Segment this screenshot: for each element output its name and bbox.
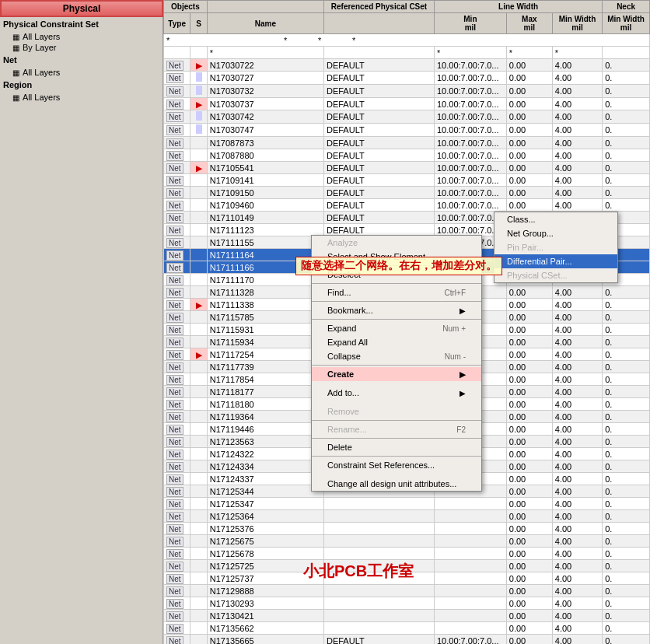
menu-item-find[interactable]: Find...Ctrl+F	[312, 285, 481, 299]
cell-name: N17111328	[207, 286, 323, 299]
cell-lw-max: 0.00	[506, 448, 552, 460]
submenu-item-net-group[interactable]: Net Group...	[494, 226, 617, 240]
table-row[interactable]: Net▶N17030722DEFAULT10.00:7.00:7.0...0.0…	[164, 59, 650, 72]
menu-item-label: Expand All	[327, 338, 368, 347]
table-row[interactable]: NetN17030727DEFAULT10.00:7.00:7.0...0.00…	[164, 72, 650, 85]
cell-lw-minw: 4.00	[552, 436, 602, 448]
menu-shortcut: F2	[456, 425, 466, 434]
th-s: S	[190, 13, 207, 34]
cell-lw-min	[434, 535, 506, 548]
table-row[interactable]: NetN17030747DEFAULT10.00:7.00:7.0...0.00…	[164, 124, 650, 137]
cell-neck: 0.	[603, 473, 650, 485]
table-row[interactable]: NetN171256780.004.000.	[164, 548, 650, 560]
cell-neck: 0.	[603, 98, 650, 110]
cell-lw-minw: 4.00	[552, 149, 602, 162]
cell-s	[190, 187, 207, 199]
region-all-layers[interactable]: ▦ All Layers	[6, 92, 162, 103]
table-row[interactable]: ****	[164, 47, 650, 59]
cell-s	[190, 224, 207, 236]
menu-item-add-to[interactable]: Add to...▶	[312, 386, 481, 400]
cell-ref: DEFAULT	[323, 635, 434, 645]
cell-lw-max: 0.00	[506, 610, 552, 622]
menu-item-cset-ref[interactable]: Constraint Set References...	[312, 458, 481, 472]
th-objects2	[207, 1, 323, 13]
cell-name: N17087880	[207, 149, 323, 162]
cell-neck: 0.	[603, 59, 650, 72]
net-subsection: ▦ All Layers	[0, 67, 162, 78]
table-row[interactable]: NetN171253640.004.000.	[164, 510, 650, 523]
table-row[interactable]: NetN171298880.004.000.	[164, 585, 650, 597]
table-row[interactable]: NetN17109460DEFAULT10.00:7.00:7.0...0.00…	[164, 199, 650, 212]
cell-name: N17124337	[207, 473, 323, 485]
menu-item-collapse[interactable]: CollapseNum -	[312, 349, 481, 363]
table-row[interactable]: NetN17109141DEFAULT10.00:7.00:7.0...0.00…	[164, 174, 650, 187]
cell-neck: 0.	[603, 485, 650, 498]
table-row[interactable]: NetN171356620.004.000.	[164, 622, 650, 635]
th-type: Type	[164, 13, 190, 34]
menu-item-expand-all[interactable]: Expand All	[312, 335, 481, 349]
cell-lw-min: 10.00:7.00:7.0...	[434, 187, 506, 199]
cell-lw-min	[434, 622, 506, 635]
cell-neck: 0.	[603, 523, 650, 535]
cell-neck: 0.	[603, 411, 650, 423]
net-all-layers[interactable]: ▦ All Layers	[6, 67, 162, 78]
cell-lw-min: 10.00:7.00:7.0...	[434, 59, 506, 72]
cell-name: N17117739	[207, 361, 323, 373]
menu-item-expand[interactable]: ExpandNum +	[312, 321, 481, 335]
cell-s	[190, 286, 207, 299]
table-row[interactable]: NetN171253470.004.000.	[164, 498, 650, 510]
cell-neck: 0.	[603, 348, 650, 361]
menu-item-create[interactable]: Create▶	[312, 367, 481, 381]
section-net: Net	[0, 53, 162, 67]
cell-lw-minw: 4.00	[552, 324, 602, 336]
cell-lw-min	[434, 523, 506, 535]
cell-neck: 0.	[603, 85, 650, 98]
table-row[interactable]: NetN17087873DEFAULT10.00:7.00:7.0...0.00…	[164, 137, 650, 149]
table-row[interactable]: NetN17030742DEFAULT10.00:7.00:7.0...0.00…	[164, 110, 650, 124]
pcs-all-layers[interactable]: ▦ All Layers	[6, 31, 162, 42]
region-grid-icon: ▦	[12, 93, 19, 102]
cell-neck: 0.	[603, 560, 650, 572]
menu-item-delete[interactable]: Delete	[312, 440, 481, 454]
submenu-item-class[interactable]: Class...	[494, 212, 617, 226]
cell-neck: 0.	[603, 460, 650, 473]
cell-lw-minw: 4.00	[552, 635, 602, 645]
pcs-by-layer[interactable]: ▦ By Layer	[6, 42, 162, 53]
th-neck-val: Min Widthmil	[603, 13, 650, 34]
cell-lw-min: 10.00:7.00:7.0...	[434, 110, 506, 124]
cell-s	[190, 249, 207, 261]
table-row[interactable]: NetN171302930.004.000.	[164, 597, 650, 610]
cell-lw-max: 0.00	[506, 348, 552, 361]
cell-lw-min: 10.00:7.00:7.0...	[434, 98, 506, 110]
table-row[interactable]: NetN171256750.004.000.	[164, 535, 650, 548]
submenu-item-diff-pair[interactable]: Differential Pair...	[494, 254, 617, 268]
table-row[interactable]: NetN17087880DEFAULT10.00:7.00:7.0...0.00…	[164, 149, 650, 162]
cell-name: N17125376	[207, 523, 323, 535]
menu-item-bookmark[interactable]: Bookmark...▶	[312, 303, 481, 317]
table-row[interactable]: NetN17109150DEFAULT10.00:7.00:7.0...0.00…	[164, 187, 650, 199]
cell-lw-max: 0.00	[506, 59, 552, 72]
cell-s	[190, 485, 207, 498]
cell-lw-max: 0.00	[506, 162, 552, 174]
cell-type: Net	[164, 398, 190, 411]
cell-type: Net	[164, 124, 190, 137]
cell-type: Net	[164, 560, 190, 572]
table-row[interactable]: Net▶N17105541DEFAULT10.00:7.00:7.0...0.0…	[164, 162, 650, 174]
table-row[interactable]: NetN17030732DEFAULT10.00:7.00:7.0...0.00…	[164, 85, 650, 98]
cell-type: Net	[164, 510, 190, 523]
cell-lw-max: 0.00	[506, 460, 552, 473]
cell-lw-max: 0.00	[506, 498, 552, 510]
cell-lw-minw: 4.00	[552, 286, 602, 299]
cell-lw-minw: 4.00	[552, 124, 602, 137]
table-row[interactable]: Net▶N17030737DEFAULT10.00:7.00:7.0...0.0…	[164, 98, 650, 110]
cell-name: N17118180	[207, 398, 323, 411]
table-row[interactable]: NetN171253760.004.000.	[164, 523, 650, 535]
cell-type: Net	[164, 411, 190, 423]
table-row[interactable]: NetN171304210.004.000.	[164, 610, 650, 622]
table-row[interactable]: NetN17135665DEFAULT10.00:7.00:7.0...0.00…	[164, 635, 650, 645]
cell-lw-minw: 4.00	[552, 473, 602, 485]
cell-lw-max: 0.00	[506, 635, 552, 645]
menu-item-change-design[interactable]: Change all design unit attributes...	[312, 477, 481, 491]
cell-s	[190, 398, 207, 411]
cell-lw-minw: 4.00	[552, 137, 602, 149]
